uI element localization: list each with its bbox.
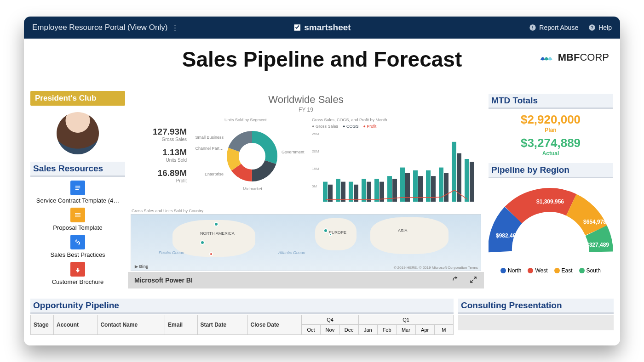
opportunity-header: Opportunity Pipeline bbox=[30, 299, 454, 314]
more-icon[interactable]: ⋮ bbox=[171, 23, 179, 33]
bar-chart[interactable]: Gross Sales, COGS, and Profit by Month ●… bbox=[312, 118, 477, 209]
mtd-plan-amount: $2,920,000 bbox=[489, 113, 613, 127]
expand-icon[interactable] bbox=[469, 276, 477, 285]
region-legend: North West East South bbox=[489, 267, 613, 274]
presidents-club-header: President's Club bbox=[30, 91, 125, 106]
svg-rect-39 bbox=[452, 142, 456, 202]
svg-rect-38 bbox=[444, 173, 448, 202]
resource-customer-brochure[interactable]: Customer Brochure bbox=[30, 262, 125, 285]
portal-title: Employee Resource Portal (View Only) bbox=[32, 23, 167, 32]
svg-rect-22 bbox=[341, 182, 345, 202]
resource-contract-template[interactable]: Service Contract Template (4… bbox=[30, 181, 125, 204]
sales-resources-header: Sales Resources bbox=[30, 162, 125, 177]
svg-rect-8 bbox=[75, 213, 80, 214]
svg-rect-7 bbox=[75, 189, 79, 190]
worldwide-sales-title: Worldwide Sales bbox=[128, 94, 484, 106]
svg-rect-25 bbox=[362, 179, 366, 202]
svg-text:25M: 25M bbox=[312, 132, 319, 136]
consulting-header: Consulting Presentation bbox=[458, 299, 614, 314]
svg-text:?: ? bbox=[591, 25, 593, 30]
svg-rect-9 bbox=[75, 215, 80, 217]
svg-rect-26 bbox=[367, 182, 371, 202]
svg-rect-27 bbox=[374, 179, 379, 202]
svg-rect-5 bbox=[75, 186, 80, 187]
help-link[interactable]: ? Help bbox=[588, 24, 612, 31]
kpi-list: 127.93MGross Sales 1.13MUnits Sold 16.89… bbox=[136, 127, 187, 189]
link-icon bbox=[70, 235, 85, 249]
resource-proposal-template[interactable]: Proposal Template bbox=[30, 208, 125, 231]
svg-rect-19 bbox=[323, 182, 328, 202]
smartsheet-brand: smartsheet bbox=[293, 23, 351, 33]
svg-rect-6 bbox=[75, 187, 80, 188]
pipeline-region-header: Pipeline by Region bbox=[489, 163, 613, 178]
share-icon[interactable] bbox=[452, 276, 460, 285]
mtd-header: MTD Totals bbox=[489, 94, 613, 109]
svg-rect-2 bbox=[533, 29, 533, 29]
consulting-panel bbox=[458, 315, 614, 330]
svg-rect-42 bbox=[470, 162, 474, 202]
svg-text:20M: 20M bbox=[312, 149, 319, 153]
avatar bbox=[57, 112, 99, 154]
alert-icon bbox=[529, 24, 536, 31]
svg-text:5M: 5M bbox=[312, 184, 317, 188]
report-abuse-link[interactable]: Report Abuse bbox=[529, 24, 578, 31]
pdf-icon bbox=[70, 262, 85, 277]
svg-rect-31 bbox=[400, 168, 405, 202]
opportunity-table[interactable]: Stage Account Contact Name Email Start D… bbox=[30, 315, 302, 335]
document-icon bbox=[70, 181, 85, 195]
mtd-actual-label: Actual bbox=[489, 150, 613, 157]
svg-rect-29 bbox=[387, 176, 392, 202]
svg-rect-33 bbox=[413, 170, 418, 202]
mtd-plan-label: Plan bbox=[489, 127, 613, 133]
mtd-actual-amount: $3,274,889 bbox=[489, 136, 613, 150]
powerbi-label: Microsoft Power BI bbox=[134, 277, 193, 284]
gantt-header[interactable]: Q4Q1 OctNovDecJanFebMarAprM bbox=[302, 315, 454, 335]
help-icon: ? bbox=[588, 24, 596, 31]
worldwide-sales-subtitle: FY 19 bbox=[128, 107, 484, 113]
svg-rect-1 bbox=[533, 26, 533, 28]
svg-rect-21 bbox=[336, 179, 340, 202]
powerbi-panel: Worldwide Sales FY 19 127.93MGross Sales… bbox=[128, 91, 484, 288]
page-title: Sales Pipeline and Forecast bbox=[24, 47, 620, 72]
svg-rect-36 bbox=[431, 176, 436, 202]
template-icon bbox=[70, 208, 85, 222]
region-gauge[interactable]: $982,467 $1,309,956 $654,978 $327,489 bbox=[489, 183, 613, 266]
svg-rect-41 bbox=[465, 159, 469, 202]
svg-rect-23 bbox=[349, 182, 353, 202]
map-title: Gross Sales and Units Sold by Country bbox=[132, 209, 203, 213]
svg-text:15M: 15M bbox=[312, 167, 319, 171]
resource-best-practices[interactable]: Sales Best Practices bbox=[30, 235, 125, 258]
svg-rect-35 bbox=[426, 170, 431, 202]
donut-chart[interactable]: Units Sold by Segment Small Business Cha… bbox=[197, 118, 303, 209]
company-logo: MBFCORP bbox=[540, 51, 609, 63]
world-map[interactable]: NORTH AMERICA EUROPE ASIA Pacific Ocean … bbox=[131, 214, 481, 271]
